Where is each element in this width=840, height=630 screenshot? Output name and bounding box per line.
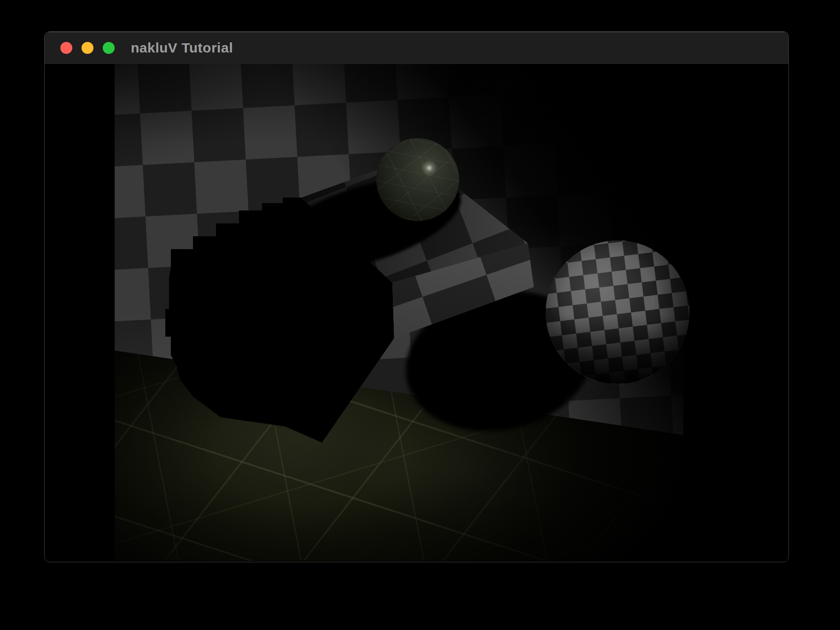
minimize-button[interactable] bbox=[82, 42, 93, 54]
stone-textured-sphere bbox=[376, 138, 459, 221]
app-window: nakluV Tutorial bbox=[44, 31, 789, 562]
window-title: nakluV Tutorial bbox=[131, 32, 233, 64]
checkerboard-sphere bbox=[546, 240, 689, 384]
zoom-button[interactable] bbox=[103, 42, 115, 54]
close-button[interactable] bbox=[60, 42, 72, 54]
desktop: nakluV Tutorial bbox=[0, 0, 840, 630]
titlebar-drag-region[interactable]: nakluV Tutorial bbox=[45, 32, 788, 64]
render-viewport[interactable] bbox=[115, 64, 788, 561]
sphere-shading bbox=[546, 240, 689, 384]
